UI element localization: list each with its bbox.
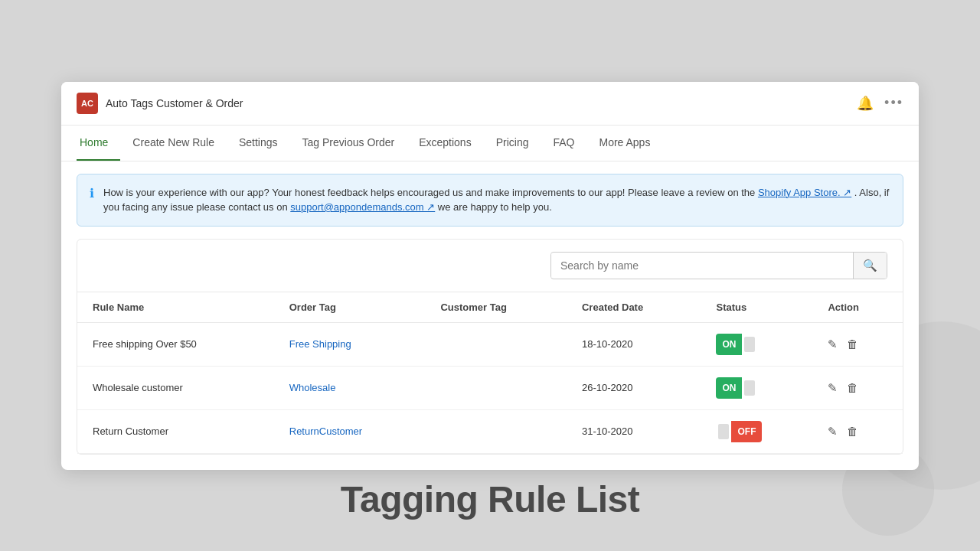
toggle-off-label: OFF [731, 421, 762, 442]
col-header-status: Status [701, 292, 812, 322]
nav-item-exceptions[interactable]: Exceptions [407, 126, 483, 161]
col-header-action: Action [812, 292, 903, 322]
nav-item-more-apps[interactable]: More Apps [586, 126, 662, 161]
cell-action: ✎ 🗑 [812, 366, 903, 409]
toggle-on-label: ON [716, 334, 742, 355]
table-row: Return Customer ReturnCustomer 31-10-202… [77, 409, 903, 453]
title-bar-left: AC Auto Tags Customer & Order [77, 93, 243, 114]
delete-icon[interactable]: 🗑 [847, 381, 858, 394]
table-row: Free shipping Over $50 Free Shipping 18-… [77, 322, 903, 366]
cell-created-date: 18-10-2020 [567, 322, 701, 366]
delete-icon[interactable]: 🗑 [847, 337, 858, 350]
search-row: 🔍 [77, 240, 903, 292]
nav-item-home[interactable]: Home [77, 126, 120, 161]
nav-item-pricing[interactable]: Pricing [484, 126, 541, 161]
rule-table: Rule Name Order Tag Customer Tag Created… [77, 292, 903, 454]
more-options-icon[interactable]: ••• [884, 95, 903, 111]
table-row: Wholesale customer Wholesale 26-10-2020 … [77, 366, 903, 409]
order-tag-link[interactable]: Wholesale [289, 382, 336, 393]
shopify-app-store-link[interactable]: Shopify App Store. ↗ [758, 187, 851, 198]
info-banner-text: How is your experience with our app? You… [103, 185, 890, 215]
cell-status: OFF [701, 409, 812, 453]
cell-order-tag: Wholesale [274, 366, 426, 409]
info-banner: ℹ How is your experience with our app? Y… [77, 174, 903, 227]
status-toggle-off[interactable]: OFF [716, 421, 762, 442]
search-wrapper: 🔍 [550, 252, 887, 279]
app-title: Auto Tags Customer & Order [106, 97, 243, 109]
col-header-customer-tag: Customer Tag [425, 292, 567, 322]
app-window: AC Auto Tags Customer & Order 🔔 ••• Home… [61, 82, 919, 470]
col-header-rule-name: Rule Name [77, 292, 274, 322]
status-toggle-on[interactable]: ON [716, 334, 757, 355]
col-header-created-date: Created Date [567, 292, 701, 322]
main-content: 🔍 Rule Name Order Tag Customer Tag Creat… [77, 239, 903, 455]
nav-item-create-new-rule[interactable]: Create New Rule [120, 126, 227, 161]
toggle-on-label: ON [716, 377, 742, 399]
cell-created-date: 31-10-2020 [567, 409, 701, 453]
cell-order-tag: ReturnCustomer [274, 409, 426, 453]
cell-action: ✎ 🗑 [812, 409, 903, 453]
cell-action: ✎ 🗑 [812, 322, 903, 366]
edit-icon[interactable]: ✎ [828, 425, 838, 439]
app-logo: AC [77, 93, 98, 114]
nav-item-faq[interactable]: FAQ [541, 126, 586, 161]
status-toggle-on[interactable]: ON [716, 377, 757, 399]
cell-customer-tag [425, 322, 567, 366]
search-button[interactable]: 🔍 [853, 253, 887, 279]
title-bar-right: 🔔 ••• [857, 95, 903, 112]
nav-bar: Home Create New Rule Settings Tag Previo… [61, 126, 919, 161]
cell-rule-name: Return Customer [77, 409, 274, 453]
info-icon: ℹ [90, 186, 94, 201]
page-title: Tagging Rule List [341, 478, 640, 520]
nav-item-settings[interactable]: Settings [227, 126, 290, 161]
bell-icon[interactable]: 🔔 [857, 95, 874, 112]
search-input[interactable] [551, 253, 853, 278]
edit-icon[interactable]: ✎ [828, 337, 838, 351]
delete-icon[interactable]: 🗑 [847, 425, 858, 438]
order-tag-link[interactable]: Free Shipping [289, 338, 351, 350]
order-tag-link[interactable]: ReturnCustomer [289, 425, 362, 437]
action-cell: ✎ 🗑 [828, 425, 887, 439]
action-cell: ✎ 🗑 [828, 337, 887, 351]
edit-icon[interactable]: ✎ [828, 381, 838, 395]
cell-rule-name: Wholesale customer [77, 366, 274, 409]
col-header-order-tag: Order Tag [274, 292, 426, 322]
toggle-handle [716, 421, 731, 442]
toggle-handle [742, 377, 757, 399]
cell-rule-name: Free shipping Over $50 [77, 322, 274, 366]
action-cell: ✎ 🗑 [828, 381, 887, 395]
page-title-area: Tagging Rule List [341, 478, 640, 520]
nav-item-tag-previous-order[interactable]: Tag Previous Order [290, 126, 407, 161]
cell-status: ON [701, 366, 812, 409]
support-email-link[interactable]: support@appondemands.com ↗ [290, 201, 435, 213]
cell-status: ON [701, 322, 812, 366]
cell-customer-tag [425, 409, 567, 453]
cell-created-date: 26-10-2020 [567, 366, 701, 409]
cell-order-tag: Free Shipping [274, 322, 426, 366]
table-header-row: Rule Name Order Tag Customer Tag Created… [77, 292, 903, 322]
toggle-handle [742, 334, 757, 355]
title-bar: AC Auto Tags Customer & Order 🔔 ••• [61, 82, 919, 126]
cell-customer-tag [425, 366, 567, 409]
